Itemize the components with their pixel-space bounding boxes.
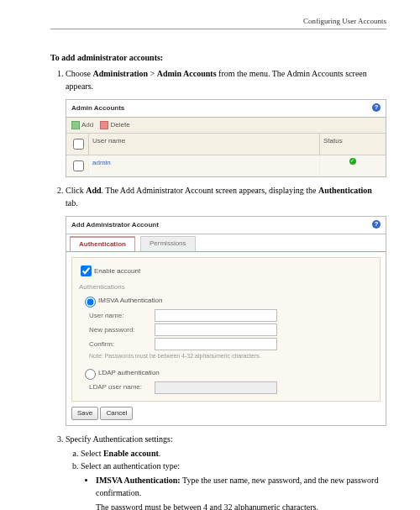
radio-imsva[interactable] — [85, 297, 96, 308]
tab-permissions[interactable]: Permissions — [140, 236, 196, 251]
toolbar: Add Delete — [66, 118, 386, 134]
save-button[interactable]: Save — [71, 407, 98, 420]
step-2-add: Add — [86, 186, 101, 195]
step-2-auth: Authentication — [318, 186, 372, 195]
step-1-sep: > — [148, 69, 157, 78]
label-confirm: Confirm: — [89, 339, 155, 350]
step-1: Choose Administration > Admin Accounts f… — [66, 67, 386, 177]
input-username[interactable] — [155, 309, 277, 322]
col-status: Status — [320, 134, 386, 155]
delete-button[interactable]: Delete — [100, 120, 129, 130]
form-body: Enable account Authentications IMSVA Aut… — [71, 257, 381, 402]
step-2: Click Add. The Add Administrator Account… — [66, 184, 386, 426]
row-username[interactable]: admin — [89, 155, 320, 176]
help-icon-2[interactable]: ? — [372, 220, 381, 229]
imsva-bold: IMSVA Authentication: — [96, 476, 181, 485]
step-3b-text: Select an authentication type: — [81, 461, 180, 471]
cancel-button[interactable]: Cancel — [100, 407, 133, 420]
radio-ldap[interactable] — [85, 369, 96, 380]
step-1-text-a: Choose — [66, 69, 93, 78]
section-title: To add administrator accounts: — [50, 53, 386, 62]
auth-header: Authentications — [79, 282, 375, 292]
label-newpassword: New password: — [89, 325, 155, 335]
plus-icon — [71, 121, 80, 129]
step-2-text-b: . The Add Administrator Account screen a… — [102, 186, 318, 195]
enable-row: Enable account — [77, 263, 375, 279]
step-2-text-c: tab. — [66, 198, 78, 208]
input-newpassword[interactable] — [155, 323, 277, 336]
label-username: User name: — [89, 311, 155, 321]
step-1-menu-admin: Administration — [93, 69, 149, 78]
step-3a-text-b: . — [159, 449, 161, 458]
step-3a-bold: Enable account — [103, 449, 159, 458]
select-all-checkbox[interactable] — [73, 139, 84, 150]
step-1-menu-accounts: Admin Accounts — [157, 69, 217, 78]
delete-icon — [100, 121, 108, 129]
screenshot-add-admin: Add Administrator Account ? Authenticati… — [66, 216, 386, 426]
radio-ldap-label: LDAP authentication — [98, 369, 160, 376]
label-ldap-user: LDAP user name: — [89, 382, 155, 392]
enable-account-checkbox[interactable] — [81, 266, 92, 276]
delete-label: Delete — [110, 121, 129, 129]
add-label: Add — [81, 121, 93, 129]
screenshot-admin-accounts: Admin Accounts ? Add Delete User name St… — [66, 99, 386, 177]
table-header: User name Status — [66, 134, 386, 155]
radio-imsva-label: IMSVA Authentication — [98, 297, 162, 304]
radio-imsva-row: IMSVA Authentication — [81, 294, 375, 308]
table-row: admin — [66, 155, 386, 176]
help-icon[interactable]: ? — [372, 103, 381, 112]
page-header: Configuring User Accounts — [50, 17, 386, 29]
enable-account-label: Enable account — [94, 267, 140, 275]
step-3a: Select Enable account. — [81, 447, 386, 460]
radio-ldap-row: LDAP authentication — [81, 366, 375, 380]
password-note: Note: Passwords must be between 4-32 alp… — [89, 352, 375, 361]
panel-title-2-text: Add Administrator Account — [71, 221, 159, 229]
input-confirm[interactable] — [155, 338, 277, 350]
panel-title-text: Admin Accounts — [71, 104, 124, 112]
button-bar: Save Cancel — [71, 407, 381, 420]
step-3: Specify Authentication settings: Select … — [66, 433, 386, 511]
step-3b-imsva: IMSVA Authentication: Type the user name… — [96, 474, 386, 511]
add-button[interactable]: Add — [71, 120, 93, 130]
imsva-note: The password must be between 4 and 32 al… — [96, 501, 386, 511]
row-checkbox[interactable] — [73, 160, 84, 171]
step-3a-text-a: Select — [81, 449, 103, 458]
tab-authentication[interactable]: Authentication — [70, 236, 135, 251]
step-2-text-a: Click — [66, 186, 86, 195]
tabs: Authentication Permissions — [66, 236, 386, 252]
step-3b: Select an authentication type: IMSVA Aut… — [81, 460, 386, 511]
panel-title: Admin Accounts ? — [66, 100, 386, 118]
panel-title-2: Add Administrator Account ? — [66, 217, 386, 234]
input-ldap-user — [155, 381, 277, 394]
status-ok-icon — [349, 158, 356, 165]
step-3-text: Specify Authentication settings: — [66, 434, 173, 444]
col-username: User name — [89, 134, 320, 155]
